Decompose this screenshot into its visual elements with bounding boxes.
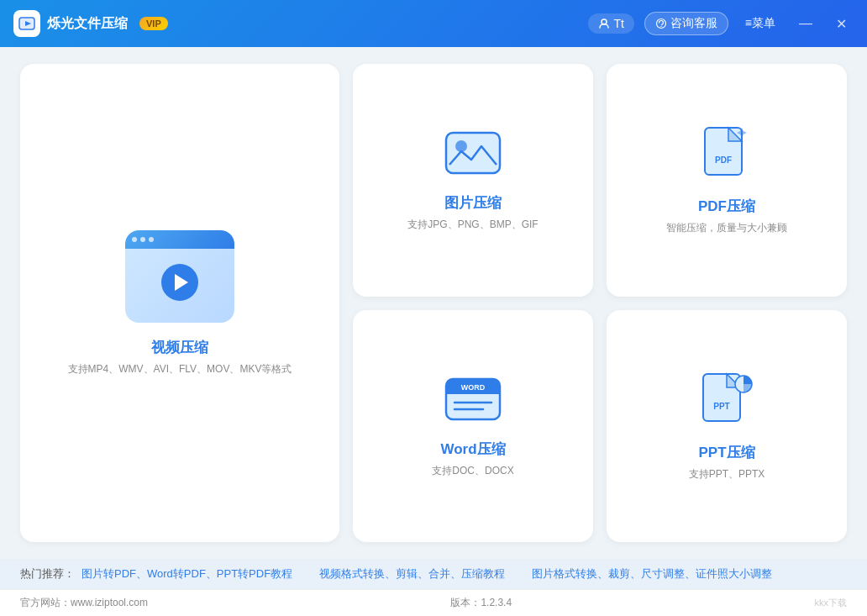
- ppt-compression-card[interactable]: PPT PPT压缩 支持PPT、PPTX: [607, 310, 847, 543]
- hot-link-2[interactable]: 视频格式转换、剪辑、合并、压缩教程: [319, 566, 505, 582]
- pdf-title: PDF压缩: [698, 197, 755, 216]
- pdf-desc: 智能压缩，质量与大小兼顾: [666, 221, 787, 235]
- hot-label: 热门推荐：: [20, 566, 75, 582]
- ppt-desc: 支持PPT、PPTX: [689, 467, 765, 482]
- app-logo: 烁光文件压缩 VIP: [13, 10, 168, 37]
- main-content: 视频压缩 支持MP4、WMV、AVI、FLV、MOV、MKV等格式 图片压缩 支…: [0, 47, 867, 559]
- footer-website: 官方网站：www.iziptool.com: [20, 596, 148, 610]
- image-compression-card[interactable]: 图片压缩 支持JPG、PNG、BMP、GIF: [353, 64, 593, 297]
- menu-button[interactable]: ≡菜单: [738, 13, 782, 34]
- app-title: 烁光文件压缩: [47, 15, 128, 33]
- svg-text:PPT: PPT: [713, 402, 729, 411]
- minimize-button[interactable]: —: [792, 13, 819, 34]
- user-label: Tt: [613, 17, 623, 30]
- user-button[interactable]: Tt: [588, 13, 633, 34]
- footer-version: 版本：1.2.3.4: [450, 596, 512, 610]
- hot-link-1[interactable]: 图片转PDF、Word转PDF、PPT转PDF教程: [81, 566, 292, 582]
- word-icon: WORD: [443, 374, 503, 424]
- ppt-icon: PPT: [698, 371, 755, 428]
- pdf-icon: PDF: [698, 124, 755, 182]
- service-button[interactable]: 咨询客服: [644, 12, 728, 35]
- word-compression-card[interactable]: WORD Word压缩 支持DOC、DOCX: [353, 310, 593, 543]
- word-title: Word压缩: [440, 440, 505, 459]
- image-desc: 支持JPG、PNG、BMP、GIF: [407, 218, 538, 232]
- service-label: 咨询客服: [670, 16, 717, 31]
- feature-grid: 图片压缩 支持JPG、PNG、BMP、GIF PDF PDF压缩 智能压缩，质量…: [353, 64, 847, 542]
- video-title: 视频压缩: [151, 338, 208, 357]
- titlebar: 烁光文件压缩 VIP Tt 咨询客服 ≡菜单 — ✕: [0, 0, 867, 47]
- footer: 官方网站：www.iziptool.com 版本：1.2.3.4 kkx下载: [0, 589, 867, 616]
- ppt-title: PPT压缩: [698, 443, 754, 462]
- image-icon: [443, 128, 503, 178]
- logo-icon: [13, 10, 40, 37]
- hot-link-3[interactable]: 图片格式转换、裁剪、尺寸调整、证件照大小调整: [532, 566, 772, 582]
- vip-badge: VIP: [139, 17, 168, 30]
- titlebar-controls: Tt 咨询客服 ≡菜单 — ✕: [588, 12, 854, 35]
- video-desc: 支持MP4、WMV、AVI、FLV、MOV、MKV等格式: [68, 362, 292, 376]
- close-button[interactable]: ✕: [829, 13, 854, 35]
- svg-point-5: [660, 26, 661, 27]
- svg-text:PDF: PDF: [715, 155, 732, 165]
- svg-text:WORD: WORD: [461, 383, 486, 392]
- image-title: 图片压缩: [444, 193, 502, 213]
- pdf-compression-card[interactable]: PDF PDF压缩 智能压缩，质量与大小兼顾: [607, 64, 847, 297]
- svg-rect-6: [446, 133, 500, 173]
- word-desc: 支持DOC、DOCX: [432, 464, 513, 478]
- video-compression-card[interactable]: 视频压缩 支持MP4、WMV、AVI、FLV、MOV、MKV等格式: [20, 64, 339, 542]
- hotbar: 热门推荐： 图片转PDF、Word转PDF、PPT转PDF教程 视频格式转换、剪…: [0, 559, 867, 589]
- footer-watermark: kkx下载: [814, 597, 847, 609]
- video-icon: [125, 230, 234, 323]
